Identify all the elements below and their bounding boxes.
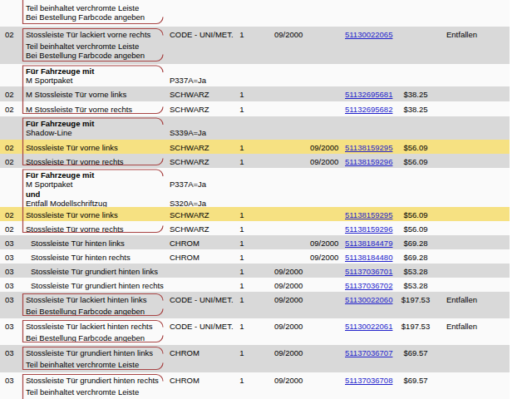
part-row[interactable]: 02Stossleiste Tür vorne rechtsSCHWARZ151…	[0, 221, 510, 235]
group-header-row: Für Fahrzeuge mitM SportpaketP337A=Jaund…	[0, 168, 510, 207]
price-cell: $197.53	[382, 322, 449, 331]
description-cell: Stossleiste Tür vorne links	[26, 210, 118, 219]
part-row[interactable]: 03Stossleiste Tür grundiert hinten links…	[0, 264, 510, 278]
price-cell: $56.09	[382, 143, 449, 152]
quantity-cell: 1	[235, 30, 249, 39]
position-cell: 03	[5, 322, 14, 331]
price-cell: $69.28	[382, 253, 449, 262]
note-line: Teil beinhaltet verchromte Leiste	[26, 42, 139, 51]
date-until-cell: 09/2000	[274, 376, 303, 385]
note-continuation-row: Teil beinhaltet verchromte LeisteBei Bes…	[0, 0, 510, 27]
quantity-cell: 1	[235, 239, 249, 248]
position-cell: 02	[5, 90, 14, 99]
color-cell: SCHWARZ	[170, 210, 209, 219]
price-cell: $53.28	[382, 281, 449, 290]
description-cell: Stossleiste Tür lackiert hinten rechts	[26, 322, 152, 331]
part-row[interactable]: 02Stossleiste Tür vorne linksSCHWARZ1511…	[0, 207, 510, 221]
date-from-cell: 09/2000	[310, 143, 338, 152]
quantity-cell: 1	[235, 105, 249, 114]
group-header-row: Für Fahrzeuge mitShadow-LineS339A=Ja	[0, 116, 510, 140]
date-until-cell: 09/2000	[274, 267, 303, 276]
quantity-cell: 1	[235, 295, 249, 304]
header-label: Für Fahrzeuge mit	[26, 66, 94, 76]
date-from-cell: 09/2000	[310, 157, 338, 166]
quantity-cell: 1	[235, 253, 249, 262]
date-from-cell: 09/2000	[310, 253, 338, 262]
part-number-link[interactable]: 51130022065	[345, 30, 392, 39]
position-cell: 02	[5, 157, 14, 166]
header-label: und	[26, 190, 40, 199]
header-label: Shadow-Line	[26, 128, 71, 137]
part-row[interactable]: 03Stossleiste Tür hinten linksCHROM109/2…	[0, 235, 510, 249]
description-cell: Stossleiste Tür hinten rechts	[31, 253, 131, 262]
color-cell: CHROM	[170, 348, 200, 357]
position-cell: 02	[5, 224, 14, 234]
description-cell: Stossleiste Tür vorne rechts	[26, 157, 124, 166]
color-cell: CHROM	[170, 239, 200, 248]
date-from-cell: 09/2000	[310, 239, 338, 248]
position-cell: 02	[5, 143, 14, 152]
color-cell: CHROM	[170, 253, 200, 262]
position-cell: 03	[5, 239, 14, 248]
header-label: Für Fahrzeuge mit	[26, 170, 94, 180]
description-cell: Stossleiste Tür lackiert hinten links	[26, 295, 147, 304]
parts-table: Teil beinhaltet verchromte LeisteBei Bes…	[0, 0, 510, 399]
quantity-cell: 1	[235, 143, 249, 152]
position-cell: 03	[5, 348, 14, 357]
header-label: M Sportpaket	[26, 180, 73, 189]
date-until-cell: 09/2000	[274, 348, 303, 357]
price-cell: $53.28	[382, 267, 449, 276]
price-cell: $69.57	[382, 376, 449, 385]
color-cell: SCHWARZ	[170, 105, 209, 114]
part-row[interactable]: 02M Stossleiste Tür vorne linksSCHWARZ15…	[0, 86, 510, 101]
price-cell: $56.09	[382, 210, 449, 219]
part-row[interactable]: 03Stossleiste Tür lackiert hinten rechts…	[0, 318, 510, 345]
color-cell: SCHWARZ	[170, 143, 209, 152]
part-row[interactable]: 03Stossleiste Tür lackiert hinten linksC…	[0, 292, 510, 318]
position-cell: 02	[5, 210, 14, 219]
price-cell: $69.57	[382, 348, 449, 357]
color-cell: CHROM	[170, 376, 200, 385]
quantity-cell: 1	[235, 267, 249, 276]
color-cell: SCHWARZ	[170, 157, 209, 166]
quantity-cell: 1	[235, 210, 249, 219]
note-line: Bei Bestellung Farbcode angeben	[26, 333, 145, 342]
part-row[interactable]: 02Stossleiste Tür lackiert vorne rechtsC…	[0, 27, 510, 64]
description-cell: Stossleiste Tür grundiert hinten rechts	[31, 281, 164, 290]
quantity-cell: 1	[235, 281, 249, 290]
date-until-cell: 09/2000	[274, 281, 303, 290]
status-cell: Entfallen	[446, 295, 477, 304]
color-cell: SCHWARZ	[170, 90, 209, 99]
date-until-cell: 09/2000	[274, 30, 303, 39]
description-cell: Stossleiste Tür vorne rechts	[26, 224, 124, 234]
note-line: Teil beinhaltet verchromte Leiste	[26, 3, 139, 12]
description-cell: Stossleiste Tür grundiert hinten links	[31, 267, 158, 276]
header-value: P337A=Ja	[170, 180, 206, 189]
part-row[interactable]: 02Stossleiste Tür vorne linksSCHWARZ109/…	[0, 140, 510, 154]
date-until-cell: 09/2000	[274, 295, 303, 304]
date-until-cell: 09/2000	[274, 322, 303, 331]
quantity-cell: 1	[235, 376, 249, 385]
status-cell: Entfallen	[446, 322, 477, 331]
description-cell: Stossleiste Tür grundiert hinten links	[26, 348, 153, 357]
header-label: M Sportpaket	[26, 76, 73, 85]
quantity-cell: 1	[235, 322, 249, 331]
price-cell: $197.53	[382, 295, 449, 304]
note-line: Teil beinhaltet verchromte Leiste	[26, 387, 139, 397]
description-cell: Stossleiste Tür lackiert vorne rechts	[26, 30, 150, 39]
color-cell: CODE - UNI/MET.	[170, 295, 234, 304]
part-row[interactable]: 02Stossleiste Tür vorne rechtsSCHWARZ109…	[0, 154, 510, 168]
description-cell: Stossleiste Tür grundiert hinten rechts	[26, 376, 159, 385]
part-row[interactable]: 03Stossleiste Tür grundiert hinten links…	[0, 345, 510, 372]
position-cell: 03	[5, 253, 14, 262]
part-row[interactable]: 03Stossleiste Tür hinten rechtsCHROM109/…	[0, 249, 510, 264]
quantity-cell: 1	[235, 224, 249, 234]
color-cell: SCHWARZ	[170, 224, 209, 234]
position-cell: 03	[5, 376, 14, 385]
price-cell: $38.25	[382, 90, 449, 99]
part-row[interactable]: 03Stossleiste Tür grundiert hinten recht…	[0, 278, 510, 292]
part-row[interactable]: 02M Stossleiste Tür vorne rechtsSCHWARZ1…	[0, 101, 510, 116]
description-cell: Stossleiste Tür vorne links	[26, 143, 118, 152]
part-row[interactable]: 03Stossleiste Tür grundiert hinten recht…	[0, 372, 510, 399]
quantity-cell: 1	[235, 90, 249, 99]
